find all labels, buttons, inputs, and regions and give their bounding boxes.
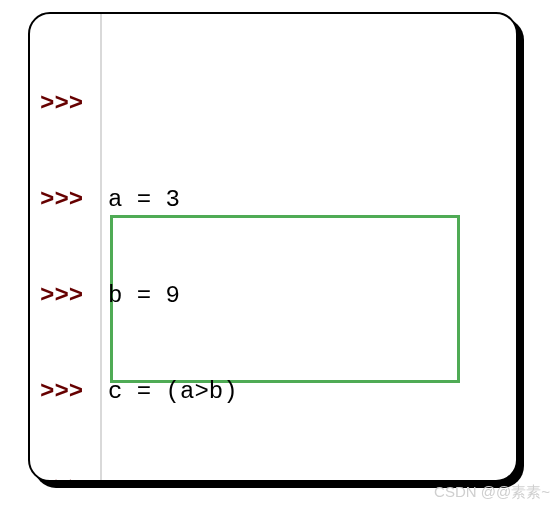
prompt: >>> bbox=[40, 472, 108, 482]
code-line: >>> bbox=[40, 472, 506, 482]
code-line: >>> bbox=[40, 88, 506, 120]
stmt-a: a = 3 bbox=[108, 186, 180, 213]
code-line: >>>c = (a>b) bbox=[40, 376, 506, 408]
prompt: >>> bbox=[40, 88, 108, 120]
prompt: >>> bbox=[40, 280, 108, 312]
code-panel: >>> >>>a = 3 >>>b = 9 >>>c = (a>b) >>> >… bbox=[28, 12, 518, 482]
code-line: >>>a = 3 bbox=[40, 184, 506, 216]
watermark: CSDN @@素素~ bbox=[434, 483, 550, 502]
prompt: >>> bbox=[40, 376, 108, 408]
prompt: >>> bbox=[40, 184, 108, 216]
stmt-c: c = (a>b) bbox=[108, 378, 238, 405]
code-block: >>> >>>a = 3 >>>b = 9 >>>c = (a>b) >>> >… bbox=[40, 24, 506, 482]
code-line: >>>b = 9 bbox=[40, 280, 506, 312]
stmt-b: b = 9 bbox=[108, 282, 180, 309]
